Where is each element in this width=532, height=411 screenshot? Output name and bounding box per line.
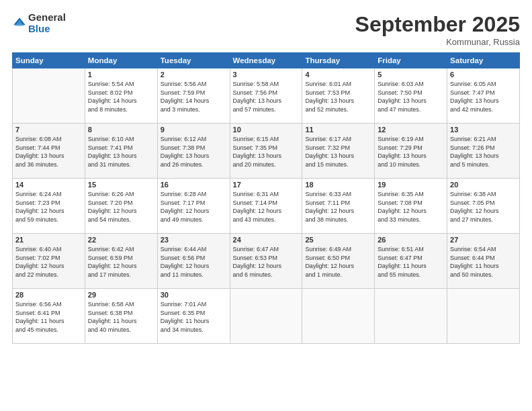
day-info: Sunrise: 6:42 AM Sunset: 6:59 PM Dayligh…	[88, 245, 154, 279]
day-number: 4	[305, 71, 371, 79]
week-row-5: 28Sunrise: 6:56 AM Sunset: 6:41 PM Dayli…	[13, 289, 520, 344]
day-number: 17	[233, 181, 300, 189]
day-info: Sunrise: 6:33 AM Sunset: 7:11 PM Dayligh…	[305, 190, 371, 224]
day-cell: 29Sunrise: 6:58 AM Sunset: 6:38 PM Dayli…	[85, 289, 157, 344]
day-info: Sunrise: 6:40 AM Sunset: 7:02 PM Dayligh…	[15, 245, 82, 279]
week-row-1: 1Sunrise: 5:54 AM Sunset: 8:02 PM Daylig…	[13, 68, 520, 124]
col-header-thursday: Thursday	[302, 53, 375, 68]
day-info: Sunrise: 6:12 AM Sunset: 7:38 PM Dayligh…	[161, 135, 227, 169]
day-cell: 30Sunrise: 7:01 AM Sunset: 6:35 PM Dayli…	[157, 289, 230, 344]
day-info: Sunrise: 6:56 AM Sunset: 6:41 PM Dayligh…	[15, 300, 82, 334]
day-number: 19	[378, 181, 444, 189]
day-cell: 5Sunrise: 6:03 AM Sunset: 7:50 PM Daylig…	[375, 68, 447, 124]
day-cell: 14Sunrise: 6:24 AM Sunset: 7:23 PM Dayli…	[13, 179, 85, 234]
day-number: 13	[450, 126, 517, 134]
day-cell: 26Sunrise: 6:51 AM Sunset: 6:47 PM Dayli…	[375, 234, 447, 289]
logo: General Blue	[12, 12, 66, 34]
day-info: Sunrise: 6:47 AM Sunset: 6:53 PM Dayligh…	[233, 245, 300, 279]
day-cell	[302, 289, 375, 344]
day-number: 21	[15, 236, 82, 244]
col-header-saturday: Saturday	[447, 53, 520, 68]
day-info: Sunrise: 6:26 AM Sunset: 7:20 PM Dayligh…	[88, 190, 154, 224]
day-info: Sunrise: 6:01 AM Sunset: 7:53 PM Dayligh…	[305, 80, 371, 113]
day-number: 15	[88, 181, 154, 189]
day-info: Sunrise: 6:05 AM Sunset: 7:47 PM Dayligh…	[450, 80, 517, 113]
day-number: 12	[378, 126, 444, 134]
day-number: 18	[305, 181, 371, 189]
day-number: 29	[88, 291, 154, 299]
title-block: September 2025 Kommunar, Russia	[355, 12, 520, 47]
day-info: Sunrise: 5:56 AM Sunset: 7:59 PM Dayligh…	[161, 80, 227, 113]
day-info: Sunrise: 6:21 AM Sunset: 7:26 PM Dayligh…	[450, 135, 517, 169]
col-header-friday: Friday	[375, 53, 447, 68]
day-info: Sunrise: 6:31 AM Sunset: 7:14 PM Dayligh…	[233, 190, 300, 224]
day-number: 3	[233, 71, 300, 79]
day-info: Sunrise: 6:03 AM Sunset: 7:50 PM Dayligh…	[378, 80, 444, 113]
calendar-table: SundayMondayTuesdayWednesdayThursdayFrid…	[12, 52, 520, 344]
day-cell: 11Sunrise: 6:17 AM Sunset: 7:32 PM Dayli…	[302, 124, 375, 179]
day-cell: 7Sunrise: 6:08 AM Sunset: 7:44 PM Daylig…	[13, 124, 85, 179]
day-number: 16	[161, 181, 227, 189]
day-number: 28	[15, 291, 82, 299]
day-cell	[13, 68, 85, 124]
day-cell: 23Sunrise: 6:44 AM Sunset: 6:56 PM Dayli…	[157, 234, 230, 289]
day-number: 23	[161, 236, 227, 244]
day-number: 26	[378, 236, 444, 244]
day-cell: 27Sunrise: 6:54 AM Sunset: 6:44 PM Dayli…	[447, 234, 520, 289]
day-number: 6	[450, 71, 517, 79]
day-cell: 18Sunrise: 6:33 AM Sunset: 7:11 PM Dayli…	[302, 179, 375, 234]
month-title: September 2025	[355, 12, 520, 37]
col-header-sunday: Sunday	[13, 53, 85, 68]
day-cell: 15Sunrise: 6:26 AM Sunset: 7:20 PM Dayli…	[85, 179, 157, 234]
day-number: 25	[305, 236, 371, 244]
day-info: Sunrise: 6:44 AM Sunset: 6:56 PM Dayligh…	[161, 245, 227, 279]
day-number: 27	[450, 236, 517, 244]
week-row-3: 14Sunrise: 6:24 AM Sunset: 7:23 PM Dayli…	[13, 179, 520, 234]
day-cell	[230, 289, 302, 344]
day-cell: 24Sunrise: 6:47 AM Sunset: 6:53 PM Dayli…	[230, 234, 302, 289]
day-number: 2	[161, 71, 227, 79]
day-number: 7	[15, 126, 82, 134]
day-cell: 17Sunrise: 6:31 AM Sunset: 7:14 PM Dayli…	[230, 179, 302, 234]
day-number: 11	[305, 126, 371, 134]
day-cell: 13Sunrise: 6:21 AM Sunset: 7:26 PM Dayli…	[447, 124, 520, 179]
day-cell: 10Sunrise: 6:15 AM Sunset: 7:35 PM Dayli…	[230, 124, 302, 179]
logo-text: General Blue	[28, 12, 66, 34]
logo-general: General	[28, 12, 66, 24]
day-cell: 28Sunrise: 6:56 AM Sunset: 6:41 PM Dayli…	[13, 289, 85, 344]
day-info: Sunrise: 6:10 AM Sunset: 7:41 PM Dayligh…	[88, 135, 154, 169]
day-info: Sunrise: 6:17 AM Sunset: 7:32 PM Dayligh…	[305, 135, 371, 169]
week-row-2: 7Sunrise: 6:08 AM Sunset: 7:44 PM Daylig…	[13, 124, 520, 179]
day-info: Sunrise: 5:58 AM Sunset: 7:56 PM Dayligh…	[233, 80, 300, 113]
day-cell: 16Sunrise: 6:28 AM Sunset: 7:17 PM Dayli…	[157, 179, 230, 234]
day-info: Sunrise: 6:35 AM Sunset: 7:08 PM Dayligh…	[378, 190, 444, 224]
day-cell: 3Sunrise: 5:58 AM Sunset: 7:56 PM Daylig…	[230, 68, 302, 124]
day-cell: 8Sunrise: 6:10 AM Sunset: 7:41 PM Daylig…	[85, 124, 157, 179]
header: General Blue September 2025 Kommunar, Ru…	[12, 12, 520, 47]
day-info: Sunrise: 6:08 AM Sunset: 7:44 PM Dayligh…	[15, 135, 82, 169]
logo-icon	[12, 16, 27, 31]
day-cell: 25Sunrise: 6:49 AM Sunset: 6:50 PM Dayli…	[302, 234, 375, 289]
day-cell: 19Sunrise: 6:35 AM Sunset: 7:08 PM Dayli…	[375, 179, 447, 234]
day-info: Sunrise: 6:49 AM Sunset: 6:50 PM Dayligh…	[305, 245, 371, 279]
day-cell: 6Sunrise: 6:05 AM Sunset: 7:47 PM Daylig…	[447, 68, 520, 124]
day-cell	[447, 289, 520, 344]
day-cell: 12Sunrise: 6:19 AM Sunset: 7:29 PM Dayli…	[375, 124, 447, 179]
day-info: Sunrise: 6:28 AM Sunset: 7:17 PM Dayligh…	[161, 190, 227, 224]
week-row-4: 21Sunrise: 6:40 AM Sunset: 7:02 PM Dayli…	[13, 234, 520, 289]
day-number: 9	[161, 126, 227, 134]
day-number: 8	[88, 126, 154, 134]
day-cell: 21Sunrise: 6:40 AM Sunset: 7:02 PM Dayli…	[13, 234, 85, 289]
day-info: Sunrise: 5:54 AM Sunset: 8:02 PM Dayligh…	[88, 80, 154, 113]
day-cell	[375, 289, 447, 344]
day-number: 14	[15, 181, 82, 189]
day-cell: 9Sunrise: 6:12 AM Sunset: 7:38 PM Daylig…	[157, 124, 230, 179]
day-number: 1	[88, 71, 154, 79]
day-info: Sunrise: 6:24 AM Sunset: 7:23 PM Dayligh…	[15, 190, 82, 224]
col-header-tuesday: Tuesday	[157, 53, 230, 68]
day-number: 5	[378, 71, 444, 79]
day-info: Sunrise: 6:19 AM Sunset: 7:29 PM Dayligh…	[378, 135, 444, 169]
day-number: 20	[450, 181, 517, 189]
day-cell: 20Sunrise: 6:38 AM Sunset: 7:05 PM Dayli…	[447, 179, 520, 234]
day-info: Sunrise: 6:58 AM Sunset: 6:38 PM Dayligh…	[88, 300, 154, 334]
